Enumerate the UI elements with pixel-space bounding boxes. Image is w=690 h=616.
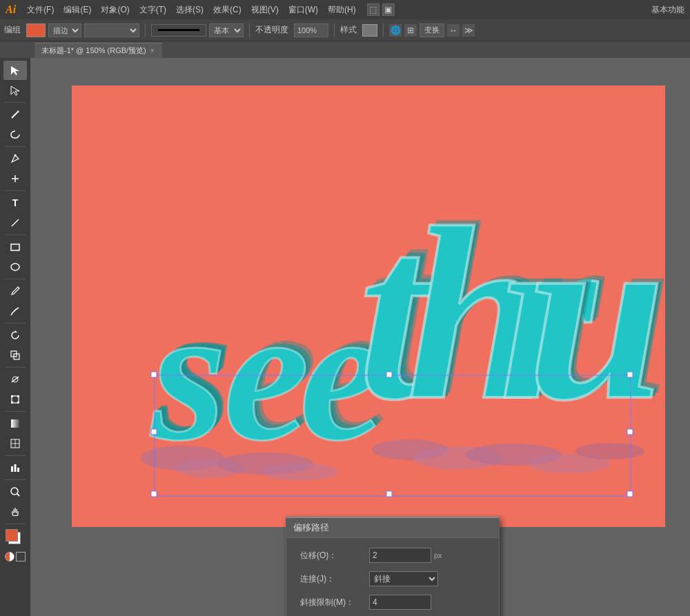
tool-separator-11 [5,524,26,524]
svg-rect-75 [627,491,633,497]
join-row: 连接(J)： 斜接 圆形 斜角 [300,571,485,586]
menu-object[interactable]: 对象(O) [97,3,133,17]
opacity-input[interactable] [294,23,328,37]
fill-color[interactable] [26,23,46,37]
opacity-label: 不透明度 [255,24,288,36]
app-logo: Ai [6,3,16,16]
magic-wand-tool[interactable] [3,105,27,124]
tool-separator-8 [5,411,26,412]
tab-bar: 未标题-1* @ 150% (RGB/预览) × [0,41,690,58]
menu-view[interactable]: 视图(V) [247,3,283,17]
gradient-tool[interactable] [3,414,27,433]
more-icon[interactable]: ≫ [462,24,475,37]
offset-unit: px [434,551,442,559]
select-tool[interactable] [3,61,27,80]
graph-tool[interactable] [3,458,27,477]
menu-type[interactable]: 文字(T) [135,3,170,17]
flip-icon[interactable]: ↔ [447,24,460,37]
main-area: T [0,58,690,616]
style-swatch[interactable] [362,24,377,37]
grid-icon[interactable]: ⊞ [404,24,417,37]
join-select[interactable]: 斜接 圆形 斜角 [369,571,438,586]
svg-marker-0 [11,66,19,75]
svg-rect-24 [14,464,17,472]
svg-rect-15 [11,395,13,397]
tool-separator-7 [5,367,26,368]
tools-panel: T [0,58,30,616]
tool-separator-4 [5,235,26,235]
tool-separator-10 [5,479,26,480]
free-transform-tool[interactable] [3,390,27,409]
tab-title: 未标题-1* @ 150% (RGB/预览) [41,46,146,56]
svg-rect-78 [151,429,157,435]
svg-line-27 [17,494,19,496]
zoom-tool[interactable] [3,482,27,501]
svg-marker-10 [15,330,17,332]
pen-tool[interactable] [3,149,27,168]
miter-input[interactable] [369,595,431,610]
menu-bar: Ai 文件(F) 编辑(E) 对象(O) 文字(T) 选择(S) 效果(C) 视… [0,0,690,19]
join-label: 连接(J)： [300,573,369,585]
style-label: 样式 [340,24,357,36]
pencil-tool[interactable] [3,301,27,321]
document-tab[interactable]: 未标题-1* @ 150% (RGB/预览) × [34,43,162,58]
rect-tool[interactable] [3,237,27,257]
toolbar-divider-4 [383,23,384,37]
toolbar-icon-2[interactable]: ▣ [382,3,395,16]
stroke-preview [151,24,206,37]
warp-tool[interactable] [3,370,27,389]
direct-select-tool[interactable] [3,81,27,100]
globe-icon[interactable]: 🌐 [389,24,402,37]
svg-point-26 [11,488,18,495]
line-tool[interactable] [3,213,27,232]
menu-help[interactable]: 帮助(H) [324,3,360,17]
tool-separator-6 [5,323,26,324]
brush-select[interactable] [84,23,139,37]
toolbar-divider-3 [334,23,335,37]
svg-rect-74 [151,491,157,497]
svg-rect-18 [17,401,19,404]
menu-file[interactable]: 文件(F) [23,3,58,17]
svg-point-9 [11,264,19,270]
miter-row: 斜接限制(M)： [300,595,485,610]
svg-line-7 [12,219,19,226]
foreground-color-box[interactable] [6,529,18,542]
svg-rect-77 [386,491,392,497]
svg-rect-79 [627,429,633,435]
tool-separator-1 [5,102,26,103]
offset-path-dialog: 偏移路径 位移(O)： px 连接(J)： 斜接 圆形 斜角 [286,517,500,616]
join-select-wrapper: 斜接 圆形 斜角 [369,571,438,586]
stroke-mode-select[interactable]: 描边 [48,23,81,37]
hand-tool[interactable] [3,502,27,521]
svg-rect-23 [11,466,13,472]
mode-label: 编组 [4,24,21,36]
toolbar-icon-1[interactable]: ⬚ [367,3,379,16]
no-fill-btn[interactable] [16,552,26,562]
paintbrush-tool[interactable] [3,281,27,301]
color-mode-btn[interactable] [5,552,14,562]
svg-rect-72 [151,372,157,377]
artwork-canvas: s s s s s s e e e e e e e e [72,86,665,527]
offset-row: 位移(O)： px [300,548,485,563]
offset-input[interactable] [369,548,431,563]
svg-text:s: s [148,266,226,481]
svg-text:u: u [527,176,665,451]
menu-edit[interactable]: 编辑(E) [59,3,95,17]
lasso-tool[interactable] [3,125,27,144]
tab-close-btn[interactable]: × [150,47,155,54]
svg-marker-1 [11,86,19,95]
mesh-tool[interactable] [3,434,27,453]
dialog-title-bar[interactable]: 偏移路径 [286,518,499,538]
menu-effect[interactable]: 效果(C) [209,3,246,17]
transform-btn[interactable]: 变换 [420,23,444,37]
dialog-title: 偏移路径 [293,521,329,534]
canvas-area: s s s s s s e e e e e e e e [30,58,690,616]
scale-tool[interactable] [3,346,27,365]
add-anchor-tool[interactable] [3,169,27,188]
type-tool[interactable]: T [3,193,27,212]
ellipse-tool[interactable] [3,257,27,277]
stroke-style-select[interactable]: 基本 [209,23,244,37]
menu-select[interactable]: 选择(S) [172,3,208,17]
rotate-tool[interactable] [3,326,27,345]
menu-window[interactable]: 窗口(W) [284,3,322,17]
